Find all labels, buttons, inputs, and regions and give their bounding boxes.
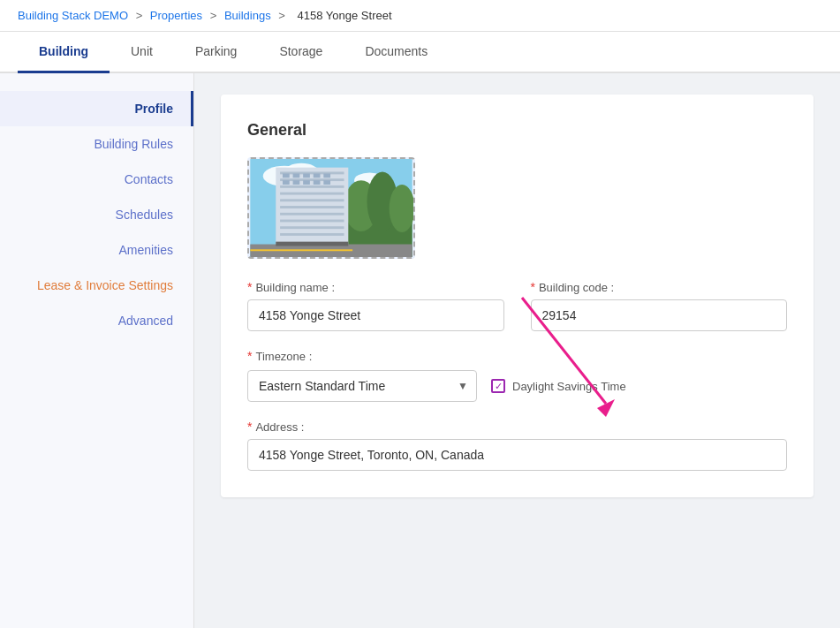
svg-rect-23 [303, 173, 310, 178]
building-code-input[interactable] [531, 299, 788, 331]
breadcrumb-separator-3: > [278, 9, 288, 22]
timezone-row: Eastern Standard Time ▼ ✓ Daylight Savin… [247, 370, 787, 402]
form-group-timezone: * Timezone : Eastern Standard Time ▼ [247, 349, 787, 402]
address-label-text: Address : [255, 420, 304, 434]
top-tabs-bar: Building Unit Parking Storage Documents [0, 32, 840, 73]
svg-rect-20 [280, 233, 344, 236]
daylight-savings-group: ✓ Daylight Savings Time [491, 379, 626, 393]
svg-rect-15 [280, 199, 344, 201]
building-name-label-text: Building name : [255, 281, 335, 294]
svg-rect-13 [280, 185, 344, 188]
svg-rect-16 [280, 206, 344, 208]
svg-rect-14 [280, 193, 344, 195]
building-code-label: * Building code : [531, 280, 788, 294]
sidebar-item-lease-invoice[interactable]: Lease & Invoice Settings [0, 268, 193, 303]
timezone-label-text: Timezone : [255, 350, 312, 363]
tab-documents[interactable]: Documents [344, 32, 449, 73]
sidebar-item-profile[interactable]: Profile [0, 91, 193, 126]
tab-storage[interactable]: Storage [258, 32, 344, 73]
sidebar-item-building-rules[interactable]: Building Rules [0, 126, 193, 162]
address-label: * Address : [247, 420, 787, 434]
breadcrumb-link-buildings[interactable]: Buildings [224, 9, 271, 22]
breadcrumb-separator-1: > [136, 9, 146, 22]
content-card: General [221, 95, 814, 497]
timezone-select-wrapper: Eastern Standard Time ▼ [247, 370, 477, 402]
checkmark-icon: ✓ [495, 382, 503, 391]
form-group-building-name: * Building name : [247, 280, 504, 331]
svg-rect-18 [280, 220, 344, 223]
svg-rect-22 [293, 173, 300, 178]
required-star-name: * [247, 280, 252, 294]
form-group-building-code: * Building code : [531, 280, 788, 331]
section-title: General [247, 121, 787, 140]
svg-rect-21 [283, 173, 290, 178]
svg-rect-24 [314, 173, 321, 178]
timezone-select[interactable]: Eastern Standard Time [247, 370, 477, 402]
svg-rect-33 [276, 242, 348, 246]
building-name-label: * Building name : [247, 280, 504, 294]
required-star-code: * [531, 280, 535, 294]
address-input[interactable] [247, 439, 787, 471]
breadcrumb-separator-2: > [210, 9, 220, 22]
svg-rect-19 [280, 226, 344, 229]
breadcrumb: Building Stack DEMO > Properties > Build… [0, 0, 840, 32]
breadcrumb-current: 4158 Yonge Street [298, 9, 392, 22]
required-star-timezone: * [247, 349, 252, 363]
svg-rect-29 [314, 180, 321, 185]
svg-rect-17 [280, 213, 344, 216]
tab-building[interactable]: Building [18, 32, 110, 73]
building-image[interactable] [247, 157, 415, 259]
svg-rect-30 [323, 180, 330, 185]
tab-parking[interactable]: Parking [174, 32, 258, 73]
required-star-address: * [247, 420, 252, 434]
sidebar-item-amenities[interactable]: Amenities [0, 232, 193, 268]
sidebar-item-contacts[interactable]: Contacts [0, 162, 193, 197]
building-name-input[interactable] [247, 299, 504, 331]
svg-rect-26 [283, 180, 290, 185]
svg-rect-12 [280, 178, 344, 181]
svg-rect-28 [303, 180, 310, 185]
svg-rect-25 [323, 173, 330, 178]
timezone-label: * Timezone : [247, 349, 787, 363]
breadcrumb-link-properties[interactable]: Properties [150, 9, 202, 22]
daylight-savings-checkbox[interactable]: ✓ [491, 379, 505, 393]
daylight-savings-label: Daylight Savings Time [512, 380, 626, 393]
building-code-label-text: Building code : [539, 281, 614, 294]
sidebar-item-advanced[interactable]: Advanced [0, 303, 193, 338]
breadcrumb-link-home[interactable]: Building Stack DEMO [18, 9, 128, 22]
tab-unit[interactable]: Unit [110, 32, 174, 73]
form-group-address: * Address : [247, 420, 787, 471]
svg-rect-32 [250, 249, 352, 251]
svg-rect-27 [293, 180, 300, 185]
svg-rect-11 [280, 171, 344, 174]
sidebar: Profile Building Rules Contacts Schedule… [0, 73, 194, 628]
sidebar-item-schedules[interactable]: Schedules [0, 197, 193, 232]
form-row-name-code: * Building name : * Building code : [247, 280, 787, 331]
